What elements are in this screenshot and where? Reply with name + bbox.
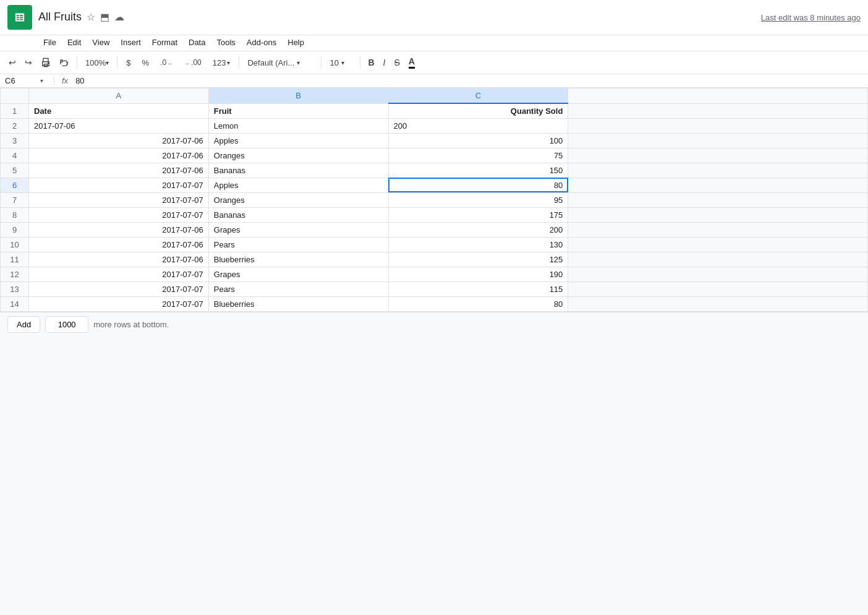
font-size-selector[interactable]: 10 ▾: [325, 56, 356, 70]
col-header-c[interactable]: C: [388, 88, 568, 104]
cell-b12[interactable]: Grapes: [208, 267, 388, 282]
row-num-9[interactable]: 9: [1, 222, 29, 237]
font-selector[interactable]: Default (Ari... ▾: [243, 56, 317, 70]
cell-a8[interactable]: 2017-07-07: [29, 207, 209, 222]
row-num-1[interactable]: 1: [1, 103, 29, 118]
row-num-14[interactable]: 14: [1, 296, 29, 311]
cell-a3[interactable]: 2017-07-06: [29, 133, 209, 148]
row-num-10[interactable]: 10: [1, 237, 29, 252]
cell-c8[interactable]: 175: [388, 207, 568, 222]
cell-c12[interactable]: 190: [388, 267, 568, 282]
cell-d6[interactable]: [568, 178, 868, 192]
cell-b8[interactable]: Bananas: [208, 207, 388, 222]
cell-b6[interactable]: Apples: [208, 178, 388, 192]
menu-item-add-ons[interactable]: Add-ons: [242, 35, 281, 49]
cell-c3[interactable]: 100: [388, 133, 568, 148]
cell-c14[interactable]: 80: [388, 296, 568, 311]
cell-ref-chevron[interactable]: ▾: [40, 77, 43, 84]
decimal-more-button[interactable]: → .00: [179, 56, 206, 69]
add-rows-button[interactable]: Add: [7, 316, 40, 333]
cell-a13[interactable]: 2017-07-07: [29, 282, 209, 296]
cell-a12[interactable]: 2017-07-07: [29, 267, 209, 282]
menu-item-file[interactable]: File: [38, 35, 61, 49]
cell-ref-input[interactable]: [5, 76, 39, 85]
cell-c13[interactable]: 115: [388, 282, 568, 296]
row-num-8[interactable]: 8: [1, 207, 29, 222]
cell-d4[interactable]: [568, 148, 868, 163]
cell-b2[interactable]: Lemon: [208, 118, 388, 133]
redo-button[interactable]: ↪: [21, 55, 36, 70]
cell-d3[interactable]: [568, 133, 868, 148]
menu-item-edit[interactable]: Edit: [62, 35, 86, 49]
cell-b4[interactable]: Oranges: [208, 148, 388, 163]
percent-button[interactable]: %: [137, 56, 154, 70]
star-icon[interactable]: ☆: [87, 11, 95, 23]
cell-a6[interactable]: 2017-07-07: [29, 178, 209, 192]
menu-item-view[interactable]: View: [87, 35, 114, 49]
row-num-4[interactable]: 4: [1, 148, 29, 163]
cell-c4[interactable]: 75: [388, 148, 568, 163]
cell-a2[interactable]: 2017-07-06: [29, 118, 209, 133]
cell-a9[interactable]: 2017-07-06: [29, 222, 209, 237]
bold-button[interactable]: B: [364, 55, 378, 70]
cell-b1[interactable]: Fruit: [208, 103, 388, 118]
cell-b9[interactable]: Grapes: [208, 222, 388, 237]
cell-d14[interactable]: [568, 296, 868, 311]
italic-button[interactable]: I: [380, 55, 389, 70]
cell-b7[interactable]: Oranges: [208, 192, 388, 207]
cell-a4[interactable]: 2017-07-06: [29, 148, 209, 163]
cell-d9[interactable]: [568, 222, 868, 237]
cell-d8[interactable]: [568, 207, 868, 222]
cell-b3[interactable]: Apples: [208, 133, 388, 148]
cell-a11[interactable]: 2017-07-06: [29, 252, 209, 267]
cell-c1[interactable]: Quantity Sold: [388, 103, 568, 118]
row-num-5[interactable]: 5: [1, 163, 29, 178]
cell-d2[interactable]: [568, 118, 868, 133]
cell-d1[interactable]: [568, 103, 868, 118]
cell-a5[interactable]: 2017-07-06: [29, 163, 209, 178]
menu-item-format[interactable]: Format: [147, 35, 182, 49]
row-num-6[interactable]: 6: [1, 178, 29, 192]
cell-c7[interactable]: 95: [388, 192, 568, 207]
cell-d12[interactable]: [568, 267, 868, 282]
cell-a10[interactable]: 2017-07-06: [29, 237, 209, 252]
cell-a14[interactable]: 2017-07-07: [29, 296, 209, 311]
cell-d11[interactable]: [568, 252, 868, 267]
menu-item-data[interactable]: Data: [184, 35, 210, 49]
zoom-selector[interactable]: 100% ▾: [81, 56, 113, 70]
cell-a7[interactable]: 2017-07-07: [29, 192, 209, 207]
menu-item-insert[interactable]: Insert: [116, 35, 146, 49]
cell-b11[interactable]: Blueberries: [208, 252, 388, 267]
number-format-button[interactable]: 123 ▾: [208, 56, 236, 70]
cell-b5[interactable]: Bananas: [208, 163, 388, 178]
cell-c10[interactable]: 130: [388, 237, 568, 252]
cell-c9[interactable]: 200: [388, 222, 568, 237]
print-button[interactable]: [37, 55, 54, 70]
row-num-13[interactable]: 13: [1, 282, 29, 296]
row-num-3[interactable]: 3: [1, 133, 29, 148]
cell-c2[interactable]: 200: [388, 118, 568, 133]
row-num-2[interactable]: 2: [1, 118, 29, 133]
menu-item-tools[interactable]: Tools: [211, 35, 240, 49]
currency-button[interactable]: $: [121, 56, 135, 70]
cell-d7[interactable]: [568, 192, 868, 207]
cell-d5[interactable]: [568, 163, 868, 178]
undo-button[interactable]: ↩: [5, 55, 20, 70]
drive-folder-icon[interactable]: ⬒: [100, 11, 109, 23]
cell-b10[interactable]: Pears: [208, 237, 388, 252]
last-edit-label[interactable]: Last edit was 8 minutes ago: [761, 13, 861, 22]
rows-count-input[interactable]: [45, 316, 88, 333]
menu-item-help[interactable]: Help: [283, 35, 309, 49]
cloud-icon[interactable]: ☁: [114, 11, 124, 23]
cell-d10[interactable]: [568, 237, 868, 252]
paint-format-button[interactable]: [56, 55, 73, 70]
cell-c5[interactable]: 150: [388, 163, 568, 178]
row-num-7[interactable]: 7: [1, 192, 29, 207]
cell-c11[interactable]: 125: [388, 252, 568, 267]
row-num-11[interactable]: 11: [1, 252, 29, 267]
cell-b13[interactable]: Pears: [208, 282, 388, 296]
col-header-a[interactable]: A: [29, 88, 209, 104]
cell-d13[interactable]: [568, 282, 868, 296]
strikethrough-button[interactable]: S: [390, 55, 403, 70]
cell-c6[interactable]: 80: [388, 178, 568, 192]
